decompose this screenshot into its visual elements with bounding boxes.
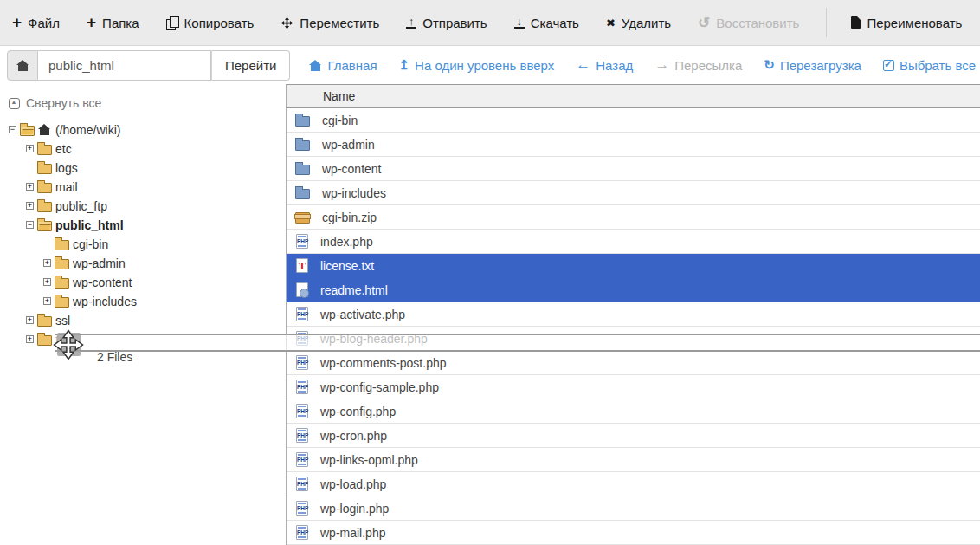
path-input[interactable] — [38, 50, 211, 81]
tree-item-public-ftp[interactable]: public_ftp — [0, 197, 286, 216]
file-name: wp-cron.php — [320, 424, 387, 448]
name-column-header: Name — [323, 89, 355, 103]
php-file-icon — [296, 477, 308, 491]
tree-item-label: cgi-bin — [73, 235, 108, 254]
folder-icon — [37, 316, 52, 327]
table-row[interactable]: wp-links-opml.php — [287, 448, 980, 472]
tree-item-ssl[interactable]: ssl — [0, 311, 286, 330]
expand-expander-icon[interactable] — [43, 297, 51, 305]
tree-item-logs[interactable]: logs — [0, 159, 286, 178]
expand-expander-icon[interactable] — [26, 316, 34, 324]
upload-icon — [406, 17, 416, 29]
table-row[interactable]: wp-config.php — [287, 399, 980, 424]
folder-icon — [37, 145, 52, 155]
table-row[interactable]: wp-cron.php — [287, 424, 980, 448]
table-row-selected[interactable]: license.txt — [287, 254, 980, 278]
expand-expander-icon[interactable] — [26, 202, 34, 210]
expand-expander-icon[interactable] — [26, 335, 34, 343]
table-row-selected[interactable]: readme.html — [287, 278, 980, 302]
zip-archive-icon — [295, 212, 310, 224]
file-name: readme.html — [320, 278, 388, 302]
tree-item-label: ssl — [55, 311, 70, 330]
tree-item-mail[interactable]: mail — [0, 178, 286, 197]
nav-links: Главная На один уровень вверх Назад Пере… — [309, 56, 980, 74]
drag-file-count-label: 2 Files — [97, 350, 132, 364]
download-button[interactable]: Скачать — [514, 16, 579, 30]
toolbar-label: Отправить — [422, 16, 487, 30]
folder-icon — [55, 278, 69, 289]
plus-icon — [87, 16, 96, 29]
folder-icon — [55, 240, 69, 250]
php-file-icon — [296, 307, 308, 321]
html-file-icon — [296, 282, 308, 297]
collapse-expander-icon[interactable] — [26, 221, 34, 229]
tree-item-label: mail — [55, 178, 78, 197]
tree-item-cgi-bin[interactable]: cgi-bin — [0, 235, 286, 254]
toolbar-label: Скачать — [531, 16, 579, 30]
tree-item-wp-admin[interactable]: wp-admin — [0, 254, 286, 273]
file-name: license.txt — [320, 254, 374, 278]
restore-button: Восстановить — [698, 14, 799, 32]
folder-icon — [295, 165, 310, 175]
move-button[interactable]: Переместить — [280, 16, 379, 30]
upload-button[interactable]: Отправить — [406, 16, 487, 30]
go-button[interactable]: Перейти — [211, 50, 290, 81]
toolbar-label: Восстановить — [716, 16, 799, 30]
collapse-expander-icon[interactable] — [9, 126, 16, 133]
file-name: cgi-bin.zip — [322, 205, 377, 230]
toolbar-label: Копировать — [184, 16, 255, 30]
tree-item-public-html[interactable]: public_html — [0, 216, 286, 235]
table-row[interactable]: wp-content — [287, 157, 980, 181]
nav-link-label: Перезагрузка — [780, 58, 861, 73]
file-name: wp-login.php — [320, 496, 389, 521]
nav-back-link[interactable]: Назад — [576, 56, 633, 74]
file-name: wp-load.php — [320, 472, 386, 496]
directory-tree: (/home/wiki) etc logs mail public_ftp — [0, 120, 286, 349]
table-row[interactable]: wp-config-sample.php — [287, 375, 980, 399]
delete-button[interactable]: Удалить — [606, 16, 671, 30]
expand-expander-icon[interactable] — [26, 145, 34, 152]
table-row[interactable]: wp-mail.php — [287, 521, 980, 545]
checked-box-icon — [883, 60, 894, 71]
delete-x-icon — [606, 16, 616, 29]
collapse-all-link[interactable]: Свернуть все — [9, 96, 101, 110]
table-row[interactable]: wp-comments-post.php — [287, 351, 980, 375]
content-area: Свернуть все (/home/wiki) etc logs — [0, 84, 980, 545]
table-header[interactable]: Name — [287, 84, 980, 108]
new-folder-button[interactable]: Папка — [87, 16, 139, 30]
table-row[interactable]: wp-includes — [287, 181, 980, 205]
table-row[interactable]: wp-activate.php — [287, 302, 980, 327]
tree-item-wp-content[interactable]: wp-content — [0, 273, 286, 292]
toolbar-label: Файл — [28, 16, 60, 30]
expand-expander-icon[interactable] — [26, 183, 34, 191]
nav-reload-link[interactable]: Перезагрузка — [764, 57, 861, 73]
download-icon — [514, 17, 525, 29]
table-row[interactable]: cgi-bin — [287, 108, 980, 133]
copy-button[interactable]: Копировать — [166, 16, 255, 30]
back-arrow-icon — [576, 56, 590, 74]
toolbar-label: Удалить — [622, 16, 671, 30]
nav-home-link[interactable]: Главная — [309, 58, 377, 73]
tree-item-home-root[interactable]: (/home/wiki) — [0, 120, 286, 139]
table-row[interactable]: wp-admin — [287, 133, 980, 157]
file-name: wp-content — [322, 157, 381, 181]
table-row[interactable]: wp-load.php — [287, 472, 980, 496]
folder-icon — [295, 140, 310, 151]
table-row[interactable]: index.php — [287, 230, 980, 254]
rename-button[interactable]: Переименовать — [851, 16, 962, 30]
table-row[interactable]: wp-login.php — [287, 496, 980, 521]
table-row[interactable]: cgi-bin.zip — [287, 205, 980, 230]
home-icon — [16, 60, 29, 71]
home-path-button[interactable] — [7, 50, 38, 81]
folder-icon — [37, 335, 52, 346]
expand-expander-icon[interactable] — [43, 278, 51, 286]
tree-item-etc[interactable]: etc — [0, 139, 286, 159]
new-file-button[interactable]: Файл — [12, 16, 60, 30]
copy-icon — [166, 16, 178, 29]
tree-item-wp-includes[interactable]: wp-includes — [0, 292, 286, 311]
nav-select-all-link[interactable]: Выбрать все — [883, 58, 976, 73]
restore-icon — [698, 14, 710, 32]
expand-expander-icon[interactable] — [43, 259, 51, 267]
nav-up-one-level-link[interactable]: На один уровень вверх — [399, 57, 555, 73]
tree-item-label: wp-admin — [73, 254, 126, 273]
